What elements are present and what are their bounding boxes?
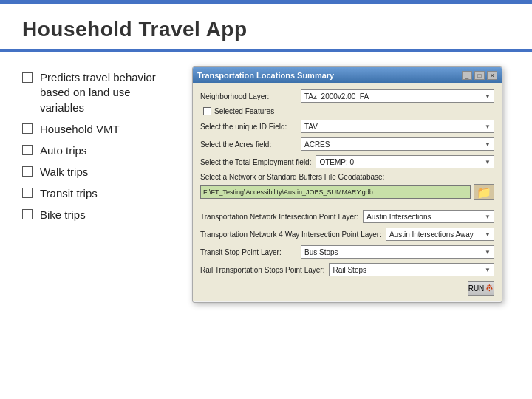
- dropdown-arrow-icon3: ▼: [485, 141, 491, 148]
- bullet-text-auto-trips: Auto trips: [40, 143, 86, 158]
- page: Household Travel App Predicts travel beh…: [0, 0, 532, 399]
- acres-label: Select the Acres field:: [200, 140, 296, 149]
- title-area: Household Travel App: [0, 4, 532, 49]
- page-title: Household Travel App: [22, 18, 510, 41]
- network-intersection-value: Austin Intersections: [366, 213, 431, 221]
- dropdown-arrow-icon4: ▼: [485, 159, 491, 166]
- dropdown-arrow-icon8: ▼: [485, 267, 491, 273]
- transit-stop-dropdown[interactable]: Bus Stops ▼: [301, 245, 494, 259]
- minimize-button[interactable]: _: [462, 71, 472, 80]
- bullet-text-predicts: Predicts travel behavior based on land u…: [40, 70, 170, 115]
- folder-icon: 📁: [477, 185, 491, 200]
- unique-id-dropdown[interactable]: TAV ▼: [301, 120, 494, 133]
- rail-stops-dropdown[interactable]: Rail Stops ▼: [329, 263, 494, 276]
- close-button[interactable]: ✕: [487, 71, 497, 80]
- section-label: Select a Network or Standard Buffers Fil…: [200, 173, 494, 181]
- neighborhood-layer-label: Neighborhood Layer:: [200, 92, 296, 100]
- unique-id-row: Select the unique ID Field: TAV ▼: [200, 120, 494, 133]
- dialog-controls: _ □ ✕: [462, 71, 497, 80]
- run-button[interactable]: RUN ⚙: [468, 281, 494, 296]
- list-item-bike-trips: Bike trips: [22, 207, 170, 222]
- dialog-title-text: Transportation Locations Summary: [197, 71, 334, 80]
- dialog-divider: [200, 205, 494, 205]
- checkbox-walk-trips[interactable]: [22, 166, 33, 177]
- bullet-text-bike-trips: Bike trips: [40, 207, 86, 222]
- employment-dropdown[interactable]: OTEMP: 0 ▼: [316, 155, 494, 168]
- employment-value: OTEMP: 0: [319, 158, 354, 166]
- network-intersection-label: Transportation Network Intersection Poin…: [200, 213, 358, 221]
- network-intersection-row: Transportation Network Intersection Poin…: [200, 210, 494, 223]
- run-icon: ⚙: [485, 283, 494, 293]
- list-item-auto-trips: Auto trips: [22, 143, 170, 158]
- network-4way-row: Transportation Network 4 Way Intersectio…: [200, 228, 494, 241]
- checkbox-auto-trips[interactable]: [22, 145, 33, 155]
- network-4way-dropdown[interactable]: Austin Intersections Away ▼: [386, 228, 494, 241]
- employment-label: Select the Total Employment field:: [200, 158, 311, 166]
- dialog-title-bar: Transportation Locations Summary _ □ ✕: [193, 67, 502, 83]
- neighborhood-layer-row: Neighborhood Layer: TAz_2000v2.00_FA ▼: [200, 89, 494, 103]
- checkbox-household-vmt[interactable]: [22, 123, 33, 134]
- browse-button[interactable]: 📁: [474, 184, 494, 200]
- file-path-row: F:\FT_Testing\Accessibility\Austin_JOBS_…: [200, 184, 494, 200]
- dropdown-arrow-icon2: ▼: [485, 123, 491, 130]
- selected-features-label: Selected Features: [214, 107, 274, 115]
- acres-row: Select the Acres field: ACRES ▼: [200, 137, 494, 151]
- main-content: Predicts travel behavior based on land u…: [0, 52, 532, 318]
- bullet-text-household-vmt: Household VMT: [40, 121, 120, 137]
- file-path-text: F:\FT_Testing\Accessibility\Austin_JOBS_…: [203, 188, 373, 196]
- dialog-window: Transportation Locations Summary _ □ ✕ N…: [192, 66, 502, 303]
- list-item-walk-trips: Walk trips: [22, 164, 170, 180]
- transit-stop-label: Transit Stop Point Layer:: [200, 248, 296, 256]
- list-item-household-vmt: Household VMT: [22, 121, 170, 137]
- run-row: RUN ⚙: [200, 281, 494, 296]
- selected-features-checkbox[interactable]: [203, 107, 211, 115]
- maximize-button[interactable]: □: [474, 71, 485, 80]
- rail-stops-value: Rail Stops: [332, 266, 366, 274]
- network-4way-label: Transportation Network 4 Way Intersectio…: [200, 231, 381, 239]
- acres-dropdown[interactable]: ACRES ▼: [301, 137, 494, 151]
- bullet-text-walk-trips: Walk trips: [40, 164, 88, 180]
- list-item-predicts: Predicts travel behavior based on land u…: [22, 70, 170, 115]
- employment-row: Select the Total Employment field: OTEMP…: [200, 155, 494, 168]
- selected-features-row: Selected Features: [200, 107, 494, 115]
- unique-id-value: TAV: [304, 123, 318, 131]
- list-item-transit-trips: Transit trips: [22, 185, 170, 201]
- neighborhood-layer-value: TAz_2000v2.00_FA: [304, 92, 369, 100]
- transit-stop-value: Bus Stops: [304, 248, 338, 256]
- dialog-body: Neighborhood Layer: TAz_2000v2.00_FA ▼ S…: [193, 83, 502, 301]
- network-4way-value: Austin Intersections Away: [389, 231, 474, 239]
- dropdown-arrow-icon6: ▼: [485, 231, 491, 238]
- network-intersection-dropdown[interactable]: Austin Intersections ▼: [363, 210, 494, 223]
- acres-value: ACRES: [304, 140, 330, 149]
- dropdown-arrow-icon5: ▼: [485, 214, 491, 220]
- checkbox-predicts[interactable]: [22, 72, 33, 83]
- neighborhood-layer-dropdown[interactable]: TAz_2000v2.00_FA ▼: [301, 89, 494, 103]
- bullet-text-transit-trips: Transit trips: [40, 185, 98, 201]
- checkbox-bike-trips[interactable]: [22, 209, 33, 219]
- file-path-input[interactable]: F:\FT_Testing\Accessibility\Austin_JOBS_…: [200, 185, 471, 199]
- unique-id-label: Select the unique ID Field:: [200, 123, 296, 131]
- transit-stop-row: Transit Stop Point Layer: Bus Stops ▼: [200, 245, 494, 259]
- checkbox-transit-trips[interactable]: [22, 188, 33, 198]
- rail-stops-row: Rail Transportation Stops Point Layer: R…: [200, 263, 494, 276]
- run-label: RUN: [468, 284, 485, 293]
- dropdown-arrow-icon7: ▼: [485, 249, 491, 256]
- rail-stops-label: Rail Transportation Stops Point Layer:: [200, 266, 324, 274]
- bullet-list: Predicts travel behavior based on land u…: [22, 66, 170, 303]
- dropdown-arrow-icon: ▼: [485, 93, 491, 100]
